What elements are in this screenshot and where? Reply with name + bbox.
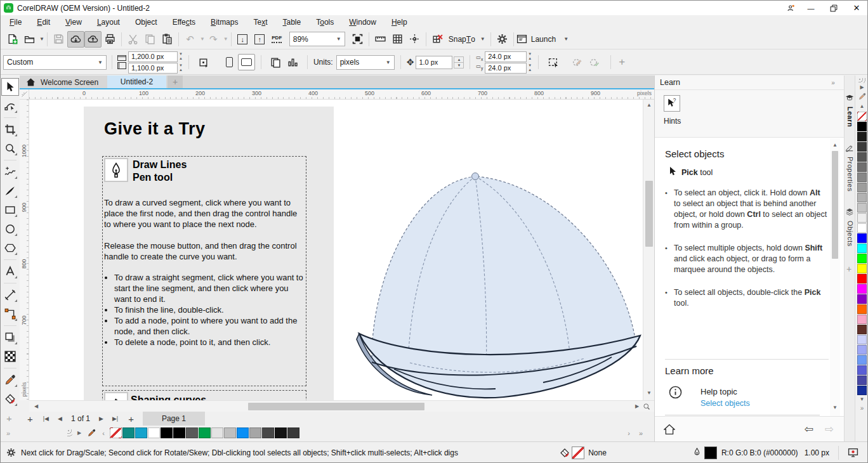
page-height-field[interactable]: 1,100.0 px [128, 63, 178, 74]
scroll-right-button[interactable]: ▶ [635, 403, 639, 409]
color-swatch[interactable] [148, 427, 160, 438]
palette-eyedropper-icon[interactable] [858, 93, 866, 100]
page-width-field[interactable]: 1,200.0 px [128, 51, 178, 62]
color-swatch[interactable] [857, 223, 867, 233]
color-swatch[interactable] [857, 386, 867, 395]
ellipse-tool[interactable] [1, 220, 19, 238]
color-swatch[interactable] [857, 325, 867, 334]
menu-table[interactable]: Table [275, 16, 309, 29]
proof-colors-icon[interactable] [848, 447, 858, 458]
home-icon[interactable] [26, 77, 36, 89]
color-swatch[interactable] [857, 142, 867, 152]
outline-color-swatch[interactable] [704, 447, 717, 459]
color-swatch[interactable] [857, 132, 867, 141]
rectangle-tool[interactable] [1, 201, 19, 219]
color-swatch[interactable] [857, 183, 867, 192]
full-screen-preview-button[interactable] [349, 31, 366, 48]
color-swatch[interactable] [857, 162, 867, 172]
save-to-cloud-button[interactable] [84, 31, 102, 48]
menu-effects[interactable]: Effects [165, 16, 203, 29]
landscape-button[interactable] [238, 54, 255, 70]
pick-tool[interactable] [1, 78, 19, 96]
color-swatch[interactable] [249, 427, 261, 438]
color-swatch[interactable] [857, 193, 867, 202]
customize-property-bar-button[interactable]: + [619, 56, 625, 68]
show-rulers-button[interactable] [372, 31, 389, 48]
hints-home-button[interactable] [664, 424, 675, 435]
menu-help[interactable]: Help [384, 16, 415, 29]
color-swatch[interactable] [857, 294, 867, 304]
color-swatch[interactable] [857, 345, 867, 355]
learn-scroll-down-button[interactable]: ▼ [832, 405, 838, 410]
help-topic-link[interactable]: Select objects [700, 399, 750, 408]
baseball-cap-artwork[interactable] [334, 169, 643, 400]
color-swatch[interactable] [857, 233, 867, 243]
palette-eyedropper-icon[interactable] [88, 429, 96, 437]
color-swatch[interactable] [857, 264, 867, 273]
autofit-page-button[interactable] [195, 54, 212, 70]
scroll-left-button[interactable]: ◀ [34, 403, 38, 409]
color-swatch[interactable] [857, 122, 867, 131]
color-swatch[interactable] [287, 427, 299, 438]
color-swatch[interactable] [857, 254, 867, 263]
color-swatch[interactable] [135, 427, 147, 438]
last-page-button[interactable]: ▶| [112, 415, 118, 422]
drawing-canvas[interactable]: Give it a Try Draw Lines Pen tool To dra… [29, 100, 643, 400]
zoom-level-combo[interactable]: 89%▼ [289, 32, 345, 46]
color-swatch[interactable] [857, 152, 867, 162]
palette-scroll-down-button[interactable]: ▼ [855, 396, 868, 402]
hints-back-button[interactable]: ⇦ [805, 422, 813, 436]
add-page-button-2[interactable]: + [128, 414, 134, 424]
menu-edit[interactable]: Edit [29, 16, 58, 29]
color-swatch[interactable] [857, 213, 867, 223]
tab-untitled-2[interactable]: Untitled-2 [107, 75, 166, 88]
color-swatch[interactable] [237, 427, 249, 438]
color-swatch[interactable] [857, 335, 867, 344]
color-swatch[interactable] [186, 427, 198, 438]
text-tool[interactable] [1, 263, 19, 280]
restore-button[interactable] [824, 4, 843, 12]
all-pages-same-size-button[interactable] [267, 54, 284, 70]
duplicate-x-spinner[interactable]: ▼▲ [528, 52, 532, 61]
account-button[interactable] [784, 2, 798, 15]
color-swatch[interactable] [857, 203, 867, 212]
color-swatch[interactable] [161, 427, 173, 438]
drop-shadow-tool[interactable] [1, 329, 19, 346]
color-swatch[interactable] [857, 355, 867, 365]
color-swatch[interactable] [857, 244, 867, 253]
menu-window[interactable]: Window [341, 16, 384, 29]
docker-tab-properties[interactable]: Properties [846, 157, 854, 192]
color-swatch[interactable] [199, 427, 211, 438]
color-swatch[interactable] [857, 375, 867, 385]
status-gear-icon[interactable] [6, 448, 16, 457]
docker-tab-objects[interactable]: Objects [846, 221, 854, 247]
transparency-tool[interactable] [1, 348, 19, 365]
scroll-up-button[interactable]: ▲ [647, 102, 652, 108]
launch-dropdown[interactable]: Launch▼ [516, 34, 569, 44]
units-combo[interactable]: pixels▼ [336, 55, 395, 70]
palette-drag-handle[interactable] [67, 429, 72, 437]
palette-scroll-right-button[interactable]: › [628, 429, 630, 437]
interactive-fill-tool[interactable] [1, 390, 19, 408]
color-swatch[interactable] [857, 284, 867, 294]
freehand-tool[interactable] [1, 163, 19, 181]
learn-scrollbar[interactable]: ▲ ▼ [830, 138, 840, 416]
duplicate-x-field[interactable]: 24.0 px [485, 51, 527, 62]
snap-to-dropdown[interactable]: Snap To▼ [449, 35, 485, 44]
fill-none-swatch[interactable] [572, 447, 584, 459]
docker-tab-learn[interactable]: Learn [846, 107, 854, 127]
new-document-tab-button[interactable]: + [168, 75, 183, 88]
palette-scroll-up-button[interactable]: ▲ [855, 103, 868, 109]
color-swatch[interactable] [122, 427, 135, 438]
palette-flyout-button[interactable]: ▶ [855, 84, 868, 90]
page-1-tab[interactable]: Page 1 [143, 412, 205, 426]
docker-collapse-button[interactable]: » [831, 79, 835, 86]
menu-view[interactable]: View [58, 16, 89, 29]
scroll-down-button[interactable]: ▼ [647, 390, 652, 396]
polygon-tool[interactable] [1, 239, 19, 257]
vertical-ruler[interactable]: pixels 1000900800700 [20, 100, 29, 400]
color-swatch[interactable] [857, 274, 867, 284]
horizontal-scroll-thumb[interactable] [248, 403, 424, 410]
nudge-field[interactable]: 1.0 px [416, 56, 452, 69]
print-button[interactable] [102, 31, 119, 48]
